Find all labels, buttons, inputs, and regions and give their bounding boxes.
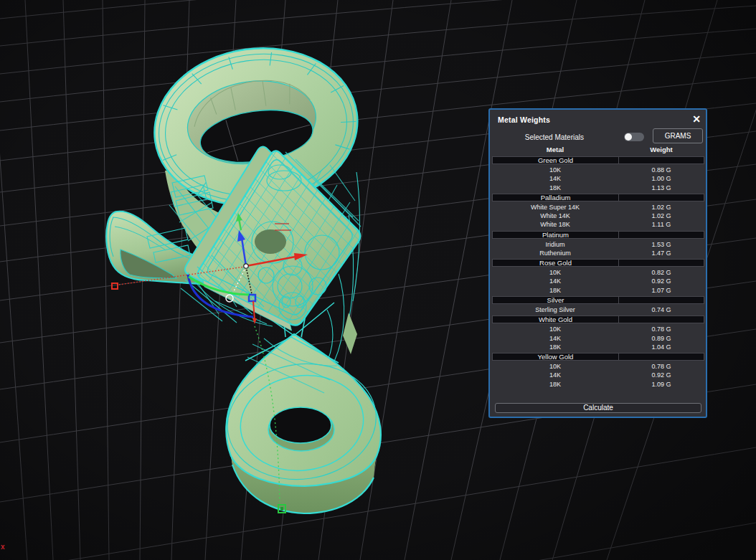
svg-text:x: x — [1, 543, 5, 551]
